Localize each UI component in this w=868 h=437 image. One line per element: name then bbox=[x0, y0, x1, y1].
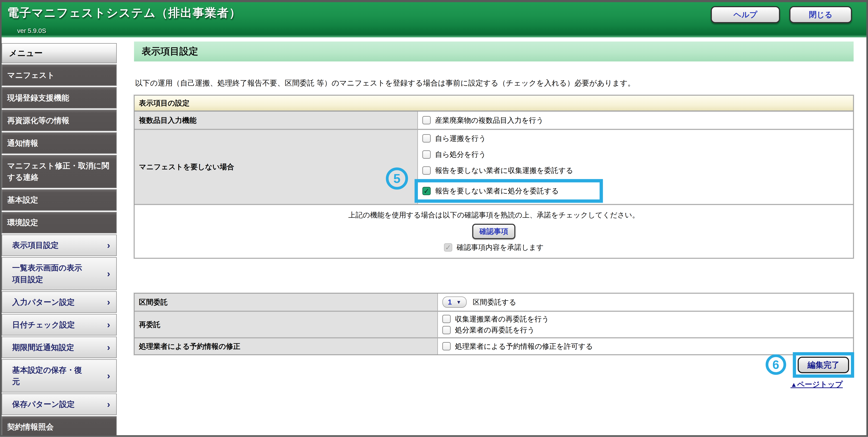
app-header: 電子マニフェストシステム（排出事業者） ver 5.9.0S ヘルプ 閉じる bbox=[2, 2, 866, 38]
chevron-right-icon: › bbox=[107, 340, 110, 354]
sidebar-item-environment-settings[interactable]: 環境設定 bbox=[2, 212, 117, 233]
app-version: ver 5.9.0S bbox=[17, 27, 46, 34]
sidebar-item-manifest[interactable]: マニフェスト bbox=[2, 64, 117, 86]
checkbox-label: 収集運搬業者の再委託を行う bbox=[455, 314, 549, 324]
sidebar-item-notification-info[interactable]: 通知情報 bbox=[2, 132, 117, 154]
page-top-link[interactable]: ▲ページトップ bbox=[790, 379, 843, 390]
app-window: 電子マニフェストシステム（排出事業者） ver 5.9.0S ヘルプ 閉じる メ… bbox=[0, 0, 868, 437]
chevron-right-icon: › bbox=[107, 238, 110, 252]
app-title: 電子マニフェストシステム（排出事業者） bbox=[7, 5, 241, 21]
checkbox-label: 処分業者の再委託を行う bbox=[455, 325, 535, 335]
accept-row: ✓ 確認事項内容を承諾します bbox=[134, 242, 853, 252]
sidebar-item-list-display-settings[interactable]: 一覧表示画面の表示項目設定 › bbox=[2, 257, 117, 290]
annotation-step-5: 5 bbox=[386, 167, 408, 190]
sidebar-item-display-item-settings[interactable]: 表示項目設定 › bbox=[2, 235, 117, 256]
page-title: 表示項目設定 bbox=[134, 41, 854, 62]
row-label: 複数品目入力機能 bbox=[134, 111, 418, 129]
chevron-right-icon: › bbox=[107, 295, 110, 309]
close-button[interactable]: 閉じる bbox=[789, 6, 852, 23]
sidebar-item-label: 表示項目設定 bbox=[12, 241, 59, 249]
sidebar-item-label: 期限間近通知設定 bbox=[12, 343, 74, 351]
annotation-step-6: 6 bbox=[766, 354, 786, 375]
confirmation-section: 上記の機能を使用する場合は以下の確認事項を熟読の上、承諾をチェックしてください。… bbox=[134, 204, 853, 258]
chevron-right-icon: › bbox=[107, 397, 110, 411]
checkbox-checked[interactable]: ✓ bbox=[423, 187, 431, 195]
sidebar-item-save-pattern-settings[interactable]: 保存パターン設定 › bbox=[2, 394, 117, 415]
sidebar-item-basic-settings-save-restore[interactable]: 基本設定の保存・復元 › bbox=[2, 359, 117, 392]
table-row-multiple-items: 複数品目入力機能 産業廃棄物の複数品目入力を行う bbox=[134, 110, 853, 129]
dropdown-option-label: 区間委託する bbox=[473, 297, 516, 307]
confirmation-note: 上記の機能を使用する場合は以下の確認事項を熟読の上、承諾をチェックしてください。 bbox=[134, 210, 853, 220]
sidebar-item-input-pattern-settings[interactable]: 入力パターン設定 › bbox=[2, 291, 117, 313]
checkbox-unchecked[interactable] bbox=[442, 326, 451, 334]
sidebar-item-date-check-settings[interactable]: 日付チェック設定 › bbox=[2, 314, 117, 335]
sidebar-item-manifest-correction[interactable]: マニフェスト修正・取消に関する連絡 bbox=[2, 155, 117, 188]
sidebar-item-deadline-notification-settings[interactable]: 期限間近通知設定 › bbox=[2, 337, 117, 358]
section-count-dropdown[interactable]: 1 ▼ bbox=[442, 297, 467, 308]
checkbox-unchecked[interactable] bbox=[442, 342, 451, 350]
page-description: 以下の運用（自己運搬、処理終了報告不要、区間委託 等）のマニフェストを登録する場… bbox=[135, 78, 635, 88]
highlight-box: 編集完了 bbox=[793, 352, 854, 378]
sidebar-item-label: 保存パターン設定 bbox=[12, 400, 75, 408]
checkbox-unchecked[interactable] bbox=[423, 166, 431, 175]
checkbox-row-highlighted: ✓ 報告を要しない業者に処分を委託する bbox=[418, 182, 599, 199]
checkbox-row: 産業廃棄物の複数品目入力を行う bbox=[418, 112, 853, 128]
accept-label: 確認事項内容を承諾します bbox=[457, 242, 544, 252]
checkbox-label: 自ら運搬を行う bbox=[435, 134, 486, 143]
display-settings-table: 表示項目の設定 複数品目入力機能 産業廃棄物の複数品目入力を行う マニフェストを… bbox=[134, 95, 854, 258]
table-header: 表示項目の設定 bbox=[134, 96, 853, 110]
chevron-right-icon: › bbox=[107, 318, 110, 332]
table-row-reservation-correction: 処理業者による予約情報の修正 処理業者による予約情報の修正を許可する bbox=[134, 337, 853, 354]
table-row-no-manifest: マニフェストを要しない場合 自ら運搬を行う 自ら処分を行う 報告を要しない業者に… bbox=[134, 129, 853, 204]
table-row-redelegation: 再委託 収集運搬業者の再委託を行う 処分業者の再委託を行う bbox=[134, 311, 853, 337]
edit-complete-button[interactable]: 編集完了 bbox=[798, 357, 849, 373]
checkbox-label: 自ら処分を行う bbox=[435, 149, 486, 159]
confirmation-items-button[interactable]: 確認事項 bbox=[472, 224, 516, 239]
checkbox-accept-disabled-checked[interactable]: ✓ bbox=[444, 243, 452, 251]
sidebar-item-basic-settings[interactable]: 基本設定 bbox=[2, 189, 117, 211]
checkbox-label: 産業廃棄物の複数品目入力を行う bbox=[435, 115, 544, 125]
row-label: 処理業者による予約情報の修正 bbox=[134, 338, 438, 354]
check-icon: ✓ bbox=[424, 188, 430, 195]
help-button[interactable]: ヘルプ bbox=[711, 6, 780, 23]
chevron-right-icon: › bbox=[107, 267, 110, 281]
checkbox-label: 処理業者による予約情報の修正を許可する bbox=[455, 341, 593, 351]
checkbox-row: 自ら処分を行う bbox=[418, 146, 853, 162]
check-icon: ✓ bbox=[445, 244, 451, 251]
checkbox-unchecked[interactable] bbox=[423, 116, 431, 124]
checkbox-row: 収集運搬業者の再委託を行う bbox=[438, 313, 853, 325]
checkbox-row: 処分業者の再委託を行う bbox=[438, 325, 853, 336]
checkbox-label: 報告を要しない業者に処分を委託する bbox=[435, 186, 559, 196]
checkbox-unchecked[interactable] bbox=[423, 150, 431, 159]
triangle-up-icon: ▲ bbox=[790, 381, 797, 388]
sidebar-item-site-registration[interactable]: 現場登録支援機能 bbox=[2, 87, 117, 108]
sidebar-item-label: 入力パターン設定 bbox=[12, 298, 75, 306]
sidebar-item-recycling-info[interactable]: 再資源化等の情報 bbox=[2, 110, 117, 131]
dropdown-arrow-icon: ▼ bbox=[456, 299, 461, 305]
sidebar-item-label: 基本設定の保存・復元 bbox=[12, 366, 82, 386]
page-top-label: ページトップ bbox=[797, 380, 843, 389]
dropdown-value: 1 bbox=[448, 298, 452, 306]
sidebar-item-contract-info[interactable]: 契約情報照会 bbox=[2, 416, 117, 437]
checkbox-row: 自ら運搬を行う bbox=[418, 130, 853, 146]
sidebar-item-label: 一覧表示画面の表示項目設定 bbox=[12, 263, 82, 284]
delegation-settings-table: 区間委託 1 ▼ 区間委託する 再委託 収集運搬業者の再委託を行う bbox=[134, 293, 854, 355]
checkbox-unchecked[interactable] bbox=[423, 134, 431, 142]
sidebar: メニュー マニフェスト 現場登録支援機能 再資源化等の情報 通知情報 マニフェス… bbox=[2, 43, 117, 437]
checkbox-label: 報告を要しない業者に収集運搬を委託する bbox=[435, 166, 573, 175]
dropdown-row: 1 ▼ 区間委託する bbox=[438, 294, 853, 310]
row-label: マニフェストを要しない場合 bbox=[134, 130, 418, 204]
sidebar-menu-title: メニュー bbox=[2, 43, 117, 63]
checkbox-row: 処理業者による予約情報の修正を許可する bbox=[438, 339, 593, 354]
table-row-section-delegation: 区間委託 1 ▼ 区間委託する bbox=[134, 294, 853, 311]
checkbox-unchecked[interactable] bbox=[442, 315, 451, 323]
row-label: 区間委託 bbox=[134, 294, 438, 311]
sidebar-item-label: 日付チェック設定 bbox=[12, 321, 75, 329]
row-label: 再委託 bbox=[134, 312, 438, 337]
checkbox-row: 報告を要しない業者に収集運搬を委託する bbox=[418, 162, 853, 178]
chevron-right-icon: › bbox=[107, 369, 110, 383]
